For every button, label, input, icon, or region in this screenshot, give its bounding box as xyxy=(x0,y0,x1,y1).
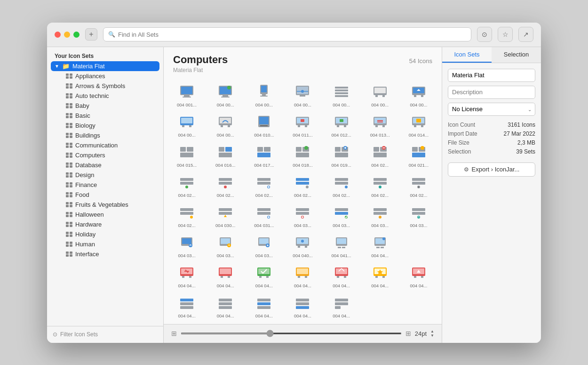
sidebar-item-buildings[interactable]: Buildings xyxy=(51,130,159,140)
icon-cell[interactable]: 004 03... xyxy=(322,200,361,230)
icon-cell[interactable]: 004 04... xyxy=(361,230,399,260)
icon-cell[interactable]: 004 02... xyxy=(322,170,361,200)
icon-grid-scroll[interactable]: 004 001... 004 00... 004 00... xyxy=(164,75,442,324)
sidebar-item-design[interactable]: Design xyxy=(51,170,159,180)
sidebar-item-database[interactable]: Database xyxy=(51,160,159,170)
description-input[interactable] xyxy=(448,86,535,99)
icon-cell[interactable]: 004 03... xyxy=(167,230,206,260)
icon-label: 004 04... xyxy=(363,283,397,288)
icon-cell[interactable]: 004 00... xyxy=(206,79,245,109)
filter-icon-sets[interactable]: ⊙ Filter Icon Sets xyxy=(47,326,163,343)
icon-cell[interactable]: 004 03... xyxy=(206,230,245,260)
icon-cell[interactable]: 004 04... xyxy=(245,290,283,320)
icon-cell[interactable]: 004 012... xyxy=(322,109,361,139)
sidebar-item-finance[interactable]: Finance xyxy=(51,180,159,190)
sidebar-item-computers[interactable]: Computers xyxy=(51,150,159,160)
grid-size-slider[interactable] xyxy=(181,333,402,334)
icon-cell[interactable]: 004 014... xyxy=(399,109,438,139)
icon-cell[interactable]: 004 03... xyxy=(245,230,283,260)
icon-cell[interactable]: 004 02... xyxy=(245,170,283,200)
icon-cell[interactable]: 004 021... xyxy=(399,139,438,170)
sidebar-item-arrows[interactable]: Arrows & Symbols xyxy=(51,81,159,91)
icon-cell[interactable]: 004 031... xyxy=(245,200,283,230)
size-stepper[interactable]: ▲ ▼ xyxy=(430,330,434,338)
icon-cell[interactable]: 004 04... xyxy=(283,260,322,290)
icon-cell[interactable]: 004 00... xyxy=(283,79,322,109)
sidebar-item-biology[interactable]: Biology xyxy=(51,121,159,130)
icon-cell[interactable]: 004 04... xyxy=(206,290,245,320)
icon-cell[interactable]: 004 02... xyxy=(283,170,322,200)
icon-cell[interactable]: 004 02... xyxy=(167,200,206,230)
icon-cell[interactable]: 004 02... xyxy=(206,170,245,200)
icon-cell[interactable]: 004 04... xyxy=(361,260,399,290)
icon-cell[interactable]: 004 02... xyxy=(399,170,438,200)
add-button[interactable]: + xyxy=(85,28,97,41)
icon-cell[interactable]: 004 040... xyxy=(283,230,322,260)
icon-cell[interactable]: 004 02... xyxy=(361,139,399,170)
icon-cell[interactable]: 004 00... xyxy=(322,79,361,109)
sidebar-item-interface[interactable]: Interface xyxy=(51,249,159,259)
icon-cell[interactable]: 004 04... xyxy=(399,260,438,290)
stepper-down[interactable]: ▼ xyxy=(430,334,434,338)
sidebar-item-food[interactable]: Food xyxy=(51,190,159,200)
icon-cell[interactable]: 004 00... xyxy=(167,109,206,139)
icon-cell[interactable]: 004 04... xyxy=(322,290,361,320)
right-panel-content: No License MIT CC BY 4.0 CC BY-SA 4.0 ⌄ … xyxy=(442,63,541,182)
icon-cell[interactable]: 004 010... xyxy=(245,109,283,139)
sidebar-item-fruits[interactable]: Fruits & Vegetables xyxy=(51,200,159,210)
sidebar-item-communication[interactable]: Communication xyxy=(51,140,159,150)
svg-rect-1 xyxy=(70,73,72,76)
icon-cell[interactable]: 004 00... xyxy=(245,79,283,109)
icon-label: 004 041... xyxy=(324,253,359,258)
icon-cell[interactable]: 004 04... xyxy=(322,260,361,290)
tab-icon-sets[interactable]: Icon Sets xyxy=(442,47,492,63)
icon-cell[interactable]: 004 016... xyxy=(206,139,245,170)
sidebar-item-human[interactable]: Human xyxy=(51,239,159,249)
icon-cell[interactable]: 004 030... xyxy=(206,200,245,230)
icon-cell[interactable]: 004 018... xyxy=(283,139,322,170)
sidebar-item-halloween[interactable]: Halloween xyxy=(51,210,159,219)
icon-cell[interactable]: 004 041... xyxy=(322,230,361,260)
license-select[interactable]: No License MIT CC BY 4.0 CC BY-SA 4.0 xyxy=(448,103,535,116)
tab-selection[interactable]: Selection xyxy=(492,47,541,63)
icon-cell[interactable]: 004 03... xyxy=(283,200,322,230)
icon-cell[interactable]: 004 011... xyxy=(283,109,322,139)
icon-cell[interactable]: 004 04... xyxy=(283,290,322,320)
icon-cell[interactable]: 004 00... xyxy=(206,109,245,139)
icon-cell[interactable]: 004 00... xyxy=(361,79,399,109)
search-input[interactable] xyxy=(118,31,466,38)
sidebar-item-holiday[interactable]: Holiday xyxy=(51,229,159,239)
icon-cell[interactable]: 004 001... xyxy=(167,79,206,109)
icon-cell[interactable]: 004 02... xyxy=(361,170,399,200)
icon-cell[interactable]: 004 04... xyxy=(167,260,206,290)
sidebar-item-hardware[interactable]: Hardware xyxy=(51,219,159,229)
icon-cell[interactable]: 004 04... xyxy=(245,260,283,290)
sidebar-item-appliances[interactable]: Appliances xyxy=(51,71,159,81)
icon-cell[interactable]: 004 017... xyxy=(245,139,283,170)
folder-icon: 📁 xyxy=(62,63,70,70)
icon-cell[interactable]: 004 03... xyxy=(399,200,438,230)
filter-button[interactable]: ⊙ xyxy=(477,27,492,42)
sidebar-item-basic[interactable]: Basic xyxy=(51,111,159,121)
share-button[interactable]: ↗ xyxy=(518,27,533,42)
sidebar-item-label: Biology xyxy=(75,122,95,129)
sidebar-item-baby[interactable]: Baby xyxy=(51,101,159,111)
icon-cell[interactable]: 004 013... xyxy=(361,109,399,139)
stepper-up[interactable]: ▲ xyxy=(430,330,434,333)
close-button[interactable] xyxy=(55,32,61,38)
export-button[interactable]: ⚙ Export › IconJar... xyxy=(448,162,535,177)
sidebar-item-auto[interactable]: Auto technic xyxy=(51,91,159,101)
sidebar-group-materia-flat[interactable]: ▼ 📁 Materia Flat xyxy=(51,61,159,71)
icon-cell[interactable]: 004 019... xyxy=(322,139,361,170)
grid-icon xyxy=(66,133,72,138)
name-input[interactable] xyxy=(448,69,535,82)
icon-cell[interactable]: 004 04... xyxy=(206,260,245,290)
icon-cell[interactable]: 004 015... xyxy=(167,139,206,170)
minimize-button[interactable] xyxy=(64,32,70,38)
icon-cell[interactable]: 004 03... xyxy=(361,200,399,230)
star-button[interactable]: ☆ xyxy=(498,27,513,42)
fullscreen-button[interactable] xyxy=(73,32,79,38)
icon-cell[interactable]: 004 02... xyxy=(167,170,206,200)
icon-cell[interactable]: 004 00... xyxy=(399,79,438,109)
icon-cell[interactable]: 004 04... xyxy=(167,290,206,320)
